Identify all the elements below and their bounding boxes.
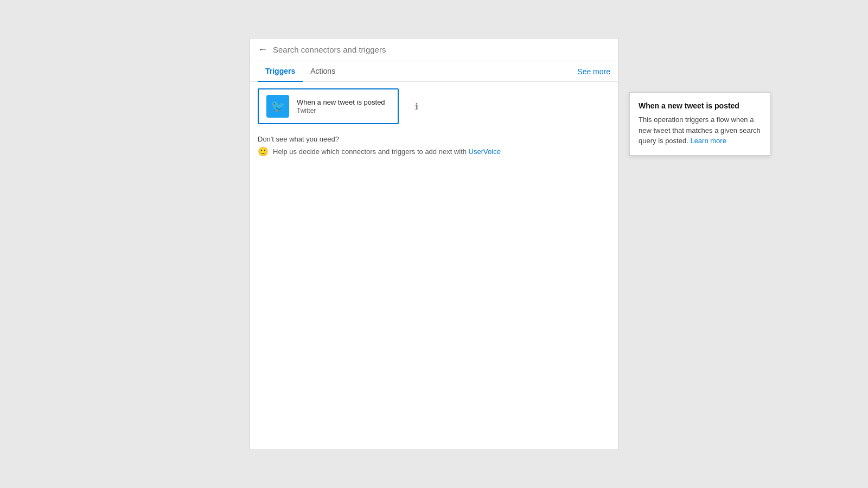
trigger-title: When a new tweet is posted [297, 98, 385, 107]
back-arrow-icon[interactable]: ← [258, 44, 267, 55]
connector-panel: ← Triggers Actions See more 🐦 When a new… [250, 38, 618, 450]
tab-triggers[interactable]: Triggers [258, 61, 303, 82]
content-area: 🐦 When a new tweet is posted Twitter ℹ D… [250, 82, 618, 450]
tab-actions[interactable]: Actions [303, 61, 343, 82]
uservoice-row: 🙂 Help us decide which connectors and tr… [258, 146, 610, 157]
trigger-card-twitter[interactable]: 🐦 When a new tweet is posted Twitter [258, 88, 399, 124]
uservoice-link[interactable]: UserVoice [469, 147, 501, 156]
twitter-bird-icon: 🐦 [271, 99, 285, 113]
twitter-icon: 🐦 [266, 95, 289, 118]
help-text: Help us decide which connectors and trig… [273, 147, 501, 156]
see-more-button[interactable]: See more [577, 67, 610, 76]
search-bar: ← [250, 38, 618, 61]
help-text-label: Help us decide which connectors and trig… [273, 147, 467, 156]
dont-see-heading: Don't see what you need? [258, 135, 610, 143]
trigger-text: When a new tweet is posted Twitter [297, 98, 385, 115]
trigger-subtitle: Twitter [297, 107, 385, 114]
smiley-icon: 🙂 [258, 146, 269, 157]
tooltip-body: This operation triggers a flow when a ne… [639, 114, 761, 146]
search-input[interactable] [273, 45, 610, 54]
info-icon[interactable]: ℹ [415, 101, 418, 112]
tooltip-learn-more-link[interactable]: Learn more [690, 137, 726, 145]
tooltip-title: When a new tweet is posted [639, 101, 761, 110]
tabs-row: Triggers Actions See more [250, 61, 618, 82]
tooltip-popup: When a new tweet is posted This operatio… [629, 92, 770, 156]
